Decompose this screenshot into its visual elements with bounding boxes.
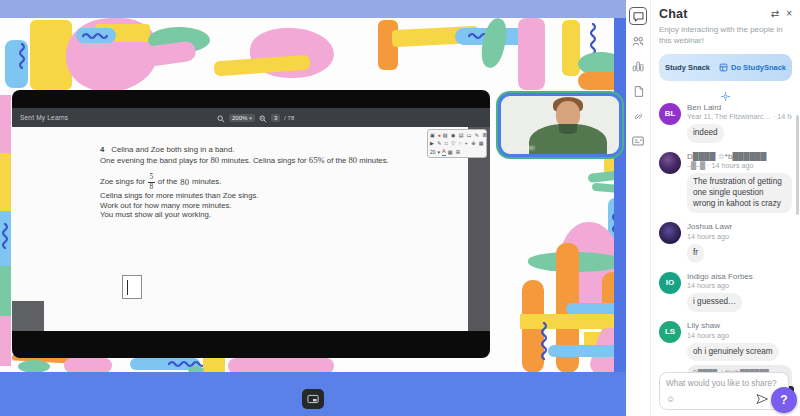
- search-icon[interactable]: [217, 109, 225, 127]
- help-fab[interactable]: ?: [771, 387, 797, 413]
- pip-icon: [307, 394, 319, 404]
- number: 65%: [309, 155, 325, 165]
- message-bubble: fr: [687, 244, 704, 263]
- zoom-value: 200%: [232, 115, 247, 121]
- pdf-background-corner: [12, 301, 44, 331]
- question-text: 4Celina and Zoe both sing in a band. One…: [100, 145, 430, 220]
- emoji-icon[interactable]: ☺: [666, 395, 675, 404]
- zoom-in-icon[interactable]: [259, 109, 267, 127]
- rail-item-participants[interactable]: [629, 32, 647, 50]
- link-icon: [632, 110, 645, 123]
- avatar: LS: [659, 321, 681, 343]
- text-cursor-box[interactable]: [122, 275, 142, 299]
- avatar: [659, 152, 681, 174]
- chat-input-box[interactable]: ☺: [659, 372, 789, 410]
- do-studysnack-button[interactable]: Do StudySnack: [719, 63, 786, 72]
- chat-message: BL Ben Laird Year 11, The Fitzwimarc… · …: [659, 103, 792, 143]
- card-icon: [631, 134, 645, 148]
- tool-icons: ▶ ✎ □ ▽ ○ + ⊕ ▦: [430, 139, 484, 147]
- tool-icon: ▣: [430, 131, 436, 139]
- question-line: minutes.: [359, 156, 388, 165]
- page-input[interactable]: 3: [271, 114, 280, 122]
- annotation-toolbar[interactable]: ▣ ● ▨ ◉ ▤ ▭ ✎ ⊠ ▶ ✎ □ ▽ ○ + ⊕ ▦ 20 ▾ A ▩…: [427, 129, 487, 158]
- rail-item-documents[interactable]: [629, 82, 647, 100]
- sidebar-rail: [626, 0, 650, 416]
- studysnack-status-icon: [659, 87, 792, 97]
- bar-chart-icon: [631, 59, 645, 73]
- sender-name: D████ ☆*b██████: [687, 152, 792, 162]
- question-line: of the: [158, 177, 178, 187]
- chat-input[interactable]: [666, 378, 782, 388]
- document-icon: [632, 85, 645, 98]
- page-value: 3: [274, 115, 277, 121]
- chevron-down-icon: ▾: [249, 115, 252, 121]
- sender-name: Lily shaw: [687, 321, 792, 331]
- sidebar: Chat ⇄ × Enjoy interacting with the peop…: [626, 0, 800, 416]
- close-icon[interactable]: ×: [786, 9, 792, 19]
- chat-panel: Chat ⇄ × Enjoy interacting with the peop…: [650, 0, 800, 416]
- question-line: One evening the band plays for: [100, 156, 208, 165]
- chat-message: D████ ☆*b██████ –█–█ · 14 hours ago The …: [659, 152, 792, 214]
- popout-icon[interactable]: ⇄: [771, 9, 779, 19]
- message-meta: Year 11, The Fitzwimarc… · 14 hours ago: [687, 112, 792, 121]
- sender-name: Indigo aisa Forbes: [687, 272, 753, 282]
- question-line: Work out for how many more minutes.: [100, 201, 430, 211]
- screen-share: Sent My Learns 200% ▾ 3 / 78 4Celina and: [12, 90, 490, 358]
- main-stage: Sent My Learns 200% ▾ 3 / 78 4Celina and: [0, 0, 626, 416]
- number: 80: [211, 155, 220, 165]
- studysnack-banner[interactable]: Study Snack Do StudySnack: [659, 54, 792, 81]
- message-bubble: indeed: [687, 124, 724, 143]
- question-line: Celina sings for more minutes than Zoe s…: [100, 191, 430, 201]
- pdf-document: 4Celina and Zoe both sing in a band. One…: [12, 127, 490, 331]
- font-size-value: 20: [430, 148, 436, 156]
- rail-item-chat[interactable]: [629, 7, 647, 25]
- avatar: IO: [659, 272, 681, 294]
- fraction-denominator: 8: [150, 183, 154, 191]
- question-number: 4: [100, 145, 104, 154]
- chevron-down-icon: ▾: [438, 148, 441, 156]
- number: 80: [180, 177, 189, 188]
- chat-subtitle: Enjoy interacting with the people in thi…: [659, 25, 797, 47]
- rail-item-studysnack[interactable]: [629, 132, 647, 150]
- question-line: of the: [327, 156, 347, 165]
- rail-item-links[interactable]: [629, 107, 647, 125]
- record-dot-icon: ●: [438, 131, 441, 139]
- sender-name: Joshua Lawr: [687, 222, 732, 232]
- pdf-toolbar: Sent My Learns 200% ▾ 3 / 78: [12, 108, 490, 127]
- tool-icons: ▨ ◉ ▤ ▭ ✎ ⊠: [443, 131, 488, 139]
- webcam-video: Will Lowe: [498, 93, 622, 157]
- chat-message-list: BL Ben Laird Year 11, The Fitzwimarc… · …: [659, 103, 792, 395]
- fraction: 5 8: [148, 173, 155, 191]
- avatar: BL: [659, 103, 681, 125]
- question-line: Celina and Zoe both sing in a band.: [111, 145, 234, 154]
- message-bubble: The frustration of getting one single qu…: [687, 173, 792, 213]
- chat-message: IO Indigo aisa Forbes 14 hours ago i gue…: [659, 272, 792, 312]
- message-meta: 14 hours ago: [687, 232, 732, 241]
- question-line: You must show all your working.: [100, 210, 430, 220]
- page-total: / 78: [284, 115, 294, 121]
- question-line: minutes. Celina sings for: [221, 156, 306, 165]
- message-meta: 14 hours ago: [687, 281, 753, 290]
- chat-title: Chat: [659, 7, 688, 21]
- people-icon: [631, 34, 645, 48]
- message-meta: 14 hours ago: [687, 331, 792, 340]
- studysnack-icon: [719, 63, 728, 72]
- message-bubble: oh i genuinely scream: [687, 343, 779, 362]
- font-color-icon: A: [442, 147, 446, 156]
- chat-icon: [632, 10, 645, 23]
- avatar: [659, 222, 681, 244]
- question-line: Zoe sings for: [100, 177, 145, 187]
- studysnack-label: Study Snack: [665, 63, 710, 72]
- layout-toggle-button[interactable]: [302, 389, 324, 409]
- frame-top: [0, 0, 626, 18]
- webinar-window: Sent My Learns 200% ▾ 3 / 78 4Celina and: [0, 0, 800, 416]
- zoom-select[interactable]: 200% ▾: [229, 114, 255, 122]
- rail-item-polls[interactable]: [629, 57, 647, 75]
- webcam-name-label: Will Lowe: [507, 144, 535, 151]
- send-icon[interactable]: [756, 393, 768, 405]
- message-bubble: i guessed…: [687, 293, 742, 312]
- pdf-title: Sent My Learns: [20, 114, 68, 121]
- chat-message: Joshua Lawr 14 hours ago fr: [659, 222, 792, 262]
- chat-scrollbar[interactable]: [796, 115, 799, 215]
- number: 80: [348, 155, 357, 165]
